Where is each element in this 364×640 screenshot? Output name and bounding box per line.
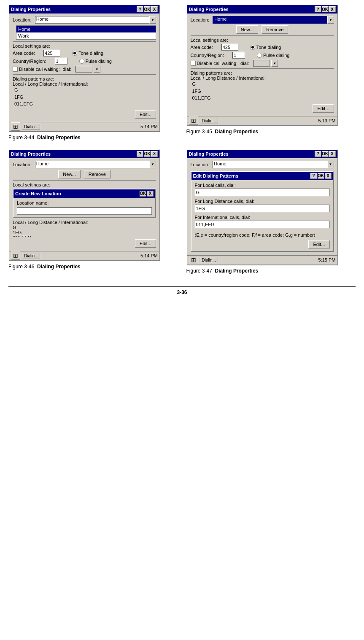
edit-dialog-47: Edit Dialing Patterns ? OK X For Local c… bbox=[191, 171, 334, 252]
edit-button-row-46: Edit... bbox=[13, 239, 156, 248]
page-container: Dialing Properties ? OK X Location: Home… bbox=[0, 0, 364, 300]
patterns-section-44: Dialing patterns are: Local / Long Dista… bbox=[13, 76, 156, 108]
tone-radio-circle-45[interactable] bbox=[250, 45, 255, 50]
edit-titlebar-47: Edit Dialing Patterns ? OK X bbox=[191, 172, 333, 180]
dial-arrow-44[interactable]: ▼ bbox=[94, 66, 100, 73]
dropdown-item-work-44[interactable]: Work bbox=[16, 32, 156, 39]
location-arrow-47[interactable]: ▼ bbox=[327, 161, 334, 168]
caption-prefix-47: Figure 3-47 bbox=[186, 268, 212, 274]
area-code-input-44[interactable] bbox=[43, 50, 60, 57]
start-button-47[interactable]: ⊞ bbox=[189, 256, 198, 264]
patterns-values-44: G 1FG 011,EFG bbox=[14, 86, 156, 108]
pattern-011-46: 011,EFG bbox=[13, 235, 156, 237]
taskbar-app-47[interactable]: Dialin... bbox=[200, 257, 218, 263]
start-button-44[interactable]: ⊞ bbox=[11, 122, 20, 131]
pulse-radio-44[interactable]: Pulse dialing bbox=[79, 59, 112, 64]
dial-input-44[interactable] bbox=[75, 66, 92, 73]
help-button-45[interactable]: ? bbox=[315, 6, 321, 12]
patterns-values-45: G 1FG 011,EFG bbox=[192, 81, 334, 102]
ok-button-44[interactable]: OK bbox=[144, 6, 151, 12]
help-button-44[interactable]: ? bbox=[137, 6, 143, 12]
sub-title-46: Create New Location bbox=[15, 191, 61, 196]
location-arrow-46[interactable]: ▼ bbox=[149, 161, 156, 168]
call-waiting-checkbox-45[interactable] bbox=[191, 61, 196, 66]
call-waiting-row-44: Disable call waiting; dial: ▼ bbox=[13, 66, 156, 73]
local-calls-input-47[interactable] bbox=[195, 189, 330, 196]
taskbar-right-47: 5:15 PM bbox=[318, 257, 336, 262]
close-button-46[interactable]: X bbox=[151, 151, 158, 157]
remove-button-46[interactable]: Remove bbox=[84, 170, 111, 178]
ok-button-46[interactable]: OK bbox=[144, 151, 151, 157]
taskbar-time-47: 5:15 PM bbox=[318, 257, 336, 262]
location-name-input-46[interactable] bbox=[17, 207, 152, 215]
sub-ok-button-46[interactable]: OK bbox=[140, 191, 146, 197]
long-distance-input-47[interactable] bbox=[195, 205, 330, 212]
taskbar-app-label-45: Dialin... bbox=[202, 119, 216, 123]
start-icon-47: ⊞ bbox=[191, 257, 196, 263]
pulse-radio-circle-45[interactable] bbox=[257, 53, 262, 58]
ok-button-47[interactable]: OK bbox=[322, 151, 329, 157]
help-button-47[interactable]: ? bbox=[315, 151, 321, 157]
ok-button-45[interactable]: OK bbox=[322, 6, 329, 12]
edit-button-44[interactable]: Edit... bbox=[135, 110, 156, 119]
divider-45 bbox=[191, 35, 334, 36]
call-waiting-row-45: Disable call waiting; dial: ▼ bbox=[191, 60, 334, 67]
location-value-44[interactable]: Home bbox=[35, 16, 149, 24]
pulse-radio-circle-44[interactable] bbox=[79, 59, 84, 64]
edit-titlebar-buttons-47: ? OK X bbox=[310, 173, 332, 179]
location-label-44: Location: bbox=[13, 17, 32, 22]
new-button-45[interactable]: New... bbox=[236, 25, 259, 34]
dial-input-45[interactable] bbox=[253, 60, 270, 67]
taskbar-app-44[interactable]: Dialin... bbox=[22, 124, 40, 130]
close-button-44[interactable]: X bbox=[151, 6, 158, 12]
tone-radio-circle-44[interactable] bbox=[72, 51, 77, 56]
location-select-44[interactable]: Home ▼ bbox=[35, 16, 156, 24]
help-button-46[interactable]: ? bbox=[137, 151, 143, 157]
area-code-input-45[interactable] bbox=[221, 44, 238, 51]
country-input-44[interactable] bbox=[55, 58, 67, 65]
close-button-45[interactable]: X bbox=[329, 6, 336, 12]
new-button-46[interactable]: New... bbox=[58, 170, 81, 178]
location-select-46[interactable]: Home ▼ bbox=[35, 161, 156, 168]
taskbar-app-45[interactable]: Dialin... bbox=[200, 118, 218, 124]
titlebar-44-buttons: ? OK X bbox=[137, 6, 158, 12]
taskbar-45: ⊞ Dialin... 5:13 PM bbox=[187, 116, 337, 125]
international-input-47[interactable] bbox=[195, 221, 330, 228]
edit-edit-button-47[interactable]: Edit... bbox=[308, 240, 329, 248]
dropdown-item-home-44[interactable]: Home bbox=[16, 26, 156, 32]
location-arrow-44[interactable]: ▼ bbox=[149, 16, 156, 24]
taskbar-app-46[interactable]: Dialin... bbox=[22, 253, 40, 259]
location-select-45[interactable]: Home ▼ bbox=[213, 16, 334, 24]
close-button-47[interactable]: X bbox=[329, 151, 336, 157]
remove-button-45[interactable]: Remove bbox=[262, 25, 288, 34]
call-waiting-label-45: Disable call waiting; bbox=[197, 61, 238, 66]
location-value-45[interactable]: Home bbox=[213, 16, 327, 24]
titlebar-46-buttons: ? OK X bbox=[137, 151, 158, 157]
caption-text-45: Dialing Properties bbox=[215, 129, 259, 135]
sub-close-button-46[interactable]: X bbox=[147, 191, 154, 197]
start-button-46[interactable]: ⊞ bbox=[11, 251, 20, 260]
pulse-radio-45[interactable]: Pulse dialing bbox=[257, 53, 289, 58]
tone-radio-44[interactable]: Tone dialing bbox=[72, 51, 103, 56]
edit-dialog-47-body: For Local calls, dial: For Long Distance… bbox=[191, 180, 333, 251]
tone-radio-45[interactable]: Tone dialing bbox=[250, 45, 281, 50]
location-arrow-45[interactable]: ▼ bbox=[327, 16, 334, 24]
call-waiting-label-44: Disable call waiting; bbox=[19, 67, 60, 72]
taskbar-47: ⊞ Dialin... 5:15 PM bbox=[187, 255, 337, 265]
dropdown-44: Home Work bbox=[16, 25, 156, 40]
start-button-45[interactable]: ⊞ bbox=[189, 116, 198, 125]
pattern-g-45: G bbox=[192, 81, 334, 88]
edit-ok-button-47[interactable]: OK bbox=[318, 173, 324, 179]
location-value-46[interactable]: Home bbox=[35, 161, 149, 168]
call-waiting-checkbox-44[interactable] bbox=[13, 67, 18, 72]
edit-button-46[interactable]: Edit... bbox=[135, 239, 156, 248]
edit-close-button-47[interactable]: X bbox=[325, 173, 332, 179]
edit-button-45[interactable]: Edit... bbox=[313, 104, 334, 113]
country-input-45[interactable] bbox=[232, 52, 245, 59]
dialog-46-title: Dialing Properties bbox=[11, 151, 137, 157]
location-value-47[interactable]: Home bbox=[213, 161, 327, 168]
dial-arrow-45[interactable]: ▼ bbox=[271, 60, 278, 67]
edit-help-button-47[interactable]: ? bbox=[310, 173, 317, 179]
start-icon-44: ⊞ bbox=[13, 123, 18, 130]
location-select-47[interactable]: Home ▼ bbox=[213, 161, 334, 168]
